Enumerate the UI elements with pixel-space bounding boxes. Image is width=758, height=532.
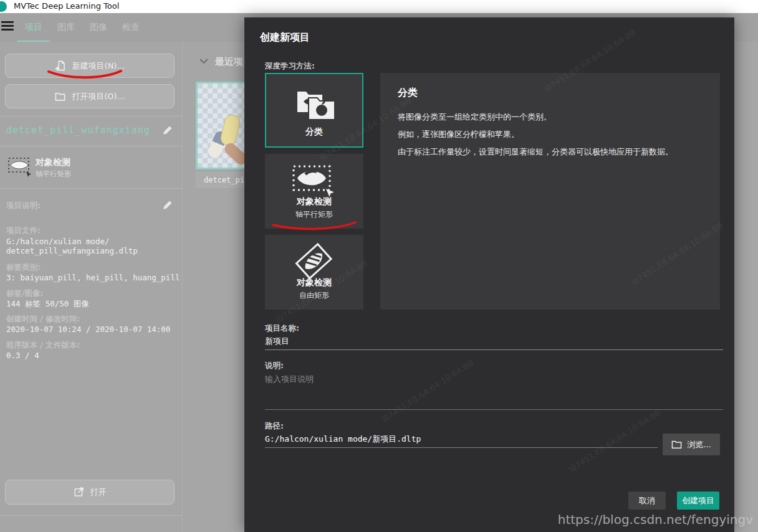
label-classes-value: 3: baiyuan_pill, hei_pill, huang_pill — [6, 273, 180, 282]
project-desc-label: 项目说明: — [6, 201, 41, 211]
open-project-button[interactable]: 打开项目(O)… — [5, 84, 175, 108]
method-card-classification[interactable]: 分类 — [265, 73, 363, 148]
title-bar: MVTec Deep Learning Tool — [0, 0, 758, 13]
project-name: detcet_pill_wufangxiang — [6, 125, 150, 136]
new-project-button[interactable]: 新建项目(N)… — [5, 54, 175, 78]
card-title: 对象检测 — [265, 277, 363, 288]
menu-icon[interactable] — [1, 21, 14, 32]
open-button-label: 打开 — [90, 487, 107, 498]
nav-tabs: 项目 图库 图像 检查 — [17, 13, 147, 42]
create-label: 创建项目 — [682, 495, 714, 506]
description-title: 分类 — [398, 87, 418, 100]
description-line: 由于标注工作量较少，设置时间显著缩短，分类器可以极快地应用于新数据。 — [398, 146, 673, 158]
open-project-label: 打开项目(O)… — [72, 91, 125, 102]
description-line: 例如，逐张图像区分柠檬和苹果。 — [398, 129, 519, 140]
tab-project[interactable]: 项目 — [17, 13, 50, 42]
path-label: 路径: — [265, 421, 284, 432]
card-title: 对象检测 — [265, 196, 363, 207]
project-name-label: 项目名称: — [265, 323, 299, 334]
object-detection-icon — [7, 156, 32, 178]
browse-folder-icon — [671, 440, 682, 449]
labels-images-value: 144 标签 50/50 图像 — [6, 299, 89, 310]
detection-axis-icon — [290, 161, 338, 201]
card-title: 分类 — [266, 126, 362, 138]
tab-gallery[interactable]: 图库 — [50, 13, 82, 42]
created-modified-value: 2020-10-07 10:24 / 2020-10-07 14:00 — [6, 325, 170, 334]
description-label: 说明: — [265, 361, 284, 371]
path-input[interactable]: G:/halcon/xulian mode/新项目.dltp — [265, 434, 421, 445]
card-subtitle: 自由矩形 — [265, 290, 363, 301]
description-input[interactable]: 输入项目说明 — [265, 374, 314, 385]
labels-images-label: 标签/图像: — [6, 288, 44, 299]
label-classes-label: 标签类别: — [6, 262, 41, 273]
name-input-underline — [265, 349, 723, 350]
card-subtitle: 轴平行矩形 — [265, 209, 363, 220]
tab-images[interactable]: 图像 — [82, 13, 115, 42]
open-external-icon — [74, 487, 85, 498]
project-file-line2: detcet_pill_wufangxiang.dltp — [6, 246, 138, 255]
pill-yellow — [219, 113, 241, 148]
method-description-panel: 分类 将图像分类至一组给定类别中的一个类别。 例如，逐张图像区分柠檬和苹果。 由… — [380, 73, 720, 310]
cancel-button[interactable]: 取消 — [628, 492, 666, 510]
project-file-line1: G:/halcon/xulian mode/ — [6, 237, 110, 246]
method-card-detection-free[interactable]: 对象检测 自由矩形 — [265, 235, 363, 310]
edit-description-icon[interactable] — [161, 199, 173, 212]
create-project-dialog: 创建新项目 深度学习方法: 分类 对象检测 轴平行矩形 — [244, 17, 734, 532]
method-title: 对象检测 — [36, 157, 70, 168]
created-modified-label: 创建时间 / 修改时间: — [6, 314, 80, 325]
open-button[interactable]: 打开 — [5, 480, 175, 505]
window-title: MVTec Deep Learning Tool — [14, 1, 119, 11]
new-file-icon — [55, 60, 67, 72]
path-input-underline — [265, 447, 658, 448]
edit-name-icon[interactable] — [161, 125, 173, 137]
versions-label: 程序版本 / 文件版本: — [6, 340, 80, 351]
folder-icon — [54, 90, 66, 102]
method-label: 深度学习方法: — [265, 61, 315, 72]
project-file-label: 项目文件: — [6, 226, 41, 236]
classification-icon — [291, 83, 340, 121]
create-project-button[interactable]: 创建项目 — [677, 492, 719, 510]
dialog-title: 创建新项目 — [260, 31, 310, 44]
method-subtitle: 轴平行矩形 — [36, 169, 72, 179]
browse-label: 浏览... — [687, 439, 711, 450]
chevron-down-icon[interactable] — [199, 59, 208, 64]
project-name-input[interactable]: 新项目 — [265, 336, 289, 347]
sidebar-divider — [182, 42, 183, 532]
tab-inspect[interactable]: 检查 — [115, 13, 147, 42]
cancel-label: 取消 — [639, 495, 655, 506]
app-logo-icon — [0, 1, 7, 12]
app-window: MVTec Deep Learning Tool 项目 图库 图像 检查 新建项… — [0, 0, 758, 532]
method-card-detection-axis[interactable]: 对象检测 轴平行矩形 — [265, 154, 363, 229]
browse-button[interactable]: 浏览... — [663, 434, 720, 455]
versions-value: 0.3 / 4 — [6, 351, 39, 360]
new-project-label: 新建项目(N)… — [72, 60, 125, 72]
description-line: 将图像分类至一组给定类别中的一个类别。 — [398, 112, 552, 123]
